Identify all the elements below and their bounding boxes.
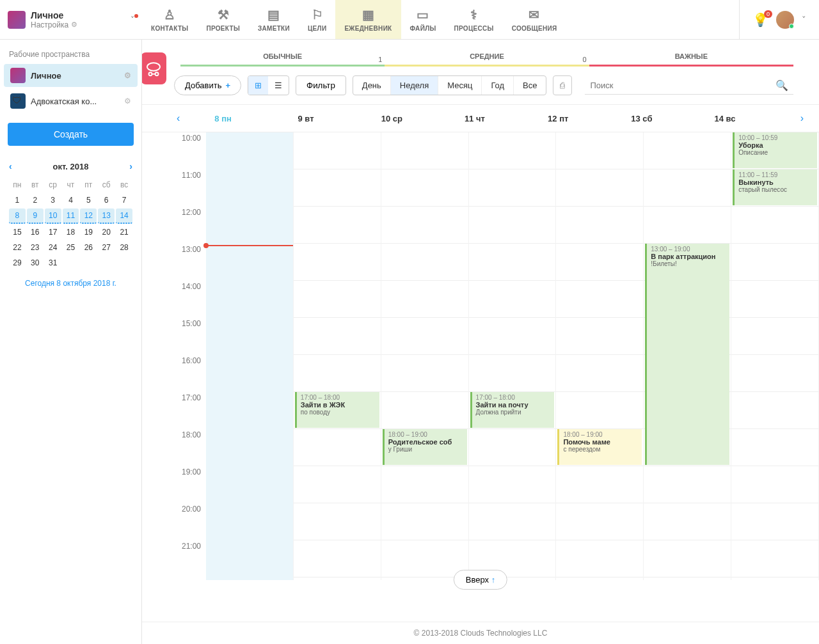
range-all[interactable]: Все — [514, 76, 546, 95]
mc-day[interactable]: 1 — [9, 193, 26, 207]
mc-day[interactable]: 15 — [9, 225, 26, 239]
mc-day[interactable]: 2 — [27, 193, 44, 207]
week-day-header[interactable]: 8 пн — [214, 114, 298, 123]
prev-month-button[interactable]: ‹ — [9, 161, 12, 171]
mc-day[interactable]: 14 — [116, 208, 132, 224]
mc-day[interactable] — [63, 256, 79, 270]
day-col-mon[interactable] — [206, 132, 294, 580]
mc-day[interactable]: 13 — [98, 208, 115, 224]
event-item[interactable]: 17:00 – 18:00 Зайти на почту Должна прий… — [470, 392, 555, 428]
mc-day[interactable]: 24 — [45, 240, 61, 255]
range-month[interactable]: Месяц — [438, 76, 482, 95]
day-col-wed[interactable]: 18:00 – 19:00 Родительское соб у Гриши — [381, 132, 469, 580]
nav-goals[interactable]: ⚐ЦЕЛИ — [299, 0, 335, 39]
search-input[interactable] — [590, 81, 775, 90]
gear-icon[interactable]: ⚙ — [124, 71, 131, 80]
grid-view-button[interactable]: ⊞ — [248, 76, 268, 95]
print-button[interactable]: ⎙ — [553, 75, 572, 95]
mc-day[interactable]: 23 — [27, 240, 44, 255]
search-box[interactable]: 🔍 — [585, 77, 793, 95]
mc-day[interactable]: 9 — [27, 208, 44, 224]
today-link[interactable]: Сегодня 8 октября 2018 г. — [9, 279, 132, 288]
mc-day[interactable]: 19 — [80, 225, 97, 239]
mc-day[interactable]: 27 — [98, 240, 115, 255]
notifications-button[interactable]: 💡0 — [752, 12, 768, 27]
nav-notes[interactable]: ▤ЗАМЕТКИ — [249, 0, 299, 39]
mc-day[interactable]: 10 — [45, 208, 61, 224]
event-item[interactable]: 18:00 – 19:00 Помочь маме с переездом — [557, 429, 642, 465]
cloud-tab[interactable] — [142, 52, 166, 84]
event-item[interactable]: 17:00 – 18:00 Зайти в ЖЭК по поводу — [295, 392, 379, 428]
chevron-down-icon[interactable]: ˅ — [131, 15, 134, 24]
nav-projects[interactable]: ⚒ПРОЕКТЫ — [197, 0, 249, 39]
mc-day[interactable]: 21 — [116, 225, 132, 239]
mc-day[interactable]: 6 — [98, 193, 115, 207]
mc-day[interactable] — [98, 256, 115, 270]
mc-day[interactable]: 28 — [116, 240, 132, 255]
week-day-header[interactable]: 9 вт — [298, 114, 381, 123]
range-year[interactable]: Год — [482, 76, 514, 95]
mc-day[interactable]: 30 — [27, 256, 44, 270]
mc-day-header: сб — [98, 178, 115, 192]
event-item[interactable]: 13:00 – 19:00 В парк аттракцион !Билеты! — [645, 244, 729, 465]
prev-week-button[interactable]: ‹ — [174, 113, 182, 124]
sidebar-item-personal[interactable]: Личное ⚙ — [4, 64, 138, 87]
gear-icon[interactable]: ⚙ — [124, 97, 131, 106]
mc-day[interactable]: 20 — [98, 225, 115, 239]
week-day-header[interactable]: 10 ср — [381, 114, 465, 123]
day-col-sat[interactable]: 13:00 – 19:00 В парк аттракцион !Билеты! — [644, 132, 731, 580]
mc-day[interactable]: 26 — [80, 240, 97, 255]
time-label: 20:00 — [174, 503, 206, 540]
create-button[interactable]: Создать — [8, 123, 134, 146]
user-menu-chevron[interactable]: ˅ — [802, 15, 806, 24]
mc-day[interactable]: 18 — [63, 225, 79, 239]
mc-day[interactable]: 29 — [9, 256, 26, 270]
mc-day[interactable]: 11 — [63, 208, 79, 224]
nav-contacts[interactable]: ♙КОНТАКТЫ — [142, 0, 197, 39]
next-month-button[interactable]: › — [129, 161, 132, 171]
user-avatar[interactable] — [776, 11, 794, 29]
search-icon: 🔍 — [775, 79, 788, 91]
event-item[interactable]: 18:00 – 19:00 Родительское соб у Гриши — [383, 429, 467, 465]
mc-day[interactable]: 25 — [63, 240, 79, 255]
mc-day[interactable]: 8 — [9, 208, 26, 224]
day-col-fri[interactable]: 18:00 – 19:00 Помочь маме с переездом — [556, 132, 644, 580]
mc-day[interactable]: 16 — [27, 225, 44, 239]
filter-button[interactable]: Фильтр — [296, 75, 346, 95]
nav-diary[interactable]: ▦ЕЖЕДНЕВНИК — [335, 0, 401, 39]
mc-day[interactable]: 17 — [45, 225, 61, 239]
calendar-icon: ▦ — [362, 7, 374, 22]
nav-processes[interactable]: ⚕ПРОЦЕССЫ — [445, 0, 503, 39]
day-col-thu[interactable]: 17:00 – 18:00 Зайти на почту Должна прий… — [469, 132, 557, 580]
workspace-settings-link[interactable]: Настройка ⚙ — [31, 20, 77, 29]
scroll-up-button[interactable]: Вверх ↑ — [454, 570, 507, 590]
mc-day[interactable] — [80, 256, 97, 270]
sidebar-item-advocate[interactable]: Адвокатская ко... ⚙ — [4, 90, 138, 113]
mc-day[interactable]: 12 — [80, 208, 97, 224]
event-item[interactable]: 11:00 – 11:59 Выкинуть старый пылесос — [733, 169, 817, 205]
mc-day[interactable]: 7 — [116, 193, 132, 207]
week-day-header[interactable]: 11 чт — [465, 114, 548, 123]
arrow-up-icon: ↑ — [491, 575, 496, 585]
day-col-tue[interactable]: 17:00 – 18:00 Зайти в ЖЭК по поводу — [294, 132, 381, 580]
nav-messages[interactable]: ✉СООБЩЕНИЯ — [503, 0, 566, 39]
mc-day[interactable] — [116, 256, 132, 270]
range-week[interactable]: Неделя — [391, 76, 438, 95]
mc-day[interactable]: 31 — [45, 256, 61, 270]
mc-day[interactable]: 3 — [45, 193, 61, 207]
nav-files[interactable]: ▭ФАЙЛЫ — [401, 0, 445, 39]
week-day-header[interactable]: 14 вс — [714, 114, 797, 123]
add-button[interactable]: Добавить+ — [174, 75, 241, 95]
list-view-button[interactable]: ☰ — [268, 76, 289, 95]
mc-day[interactable]: 22 — [9, 240, 26, 255]
note-icon: ▤ — [267, 7, 280, 22]
mc-day[interactable]: 5 — [80, 193, 97, 207]
week-day-header[interactable]: 12 пт — [548, 114, 631, 123]
workspace-header[interactable]: Личное Настройка ⚙ ˅ — [0, 0, 142, 39]
next-week-button[interactable]: › — [798, 113, 806, 124]
mc-day[interactable]: 4 — [63, 193, 79, 207]
event-item[interactable]: 10:00 – 10:59 Уборка Описание — [733, 132, 817, 168]
range-day[interactable]: День — [353, 76, 391, 95]
day-col-sun[interactable]: 10:00 – 10:59 Уборка Описание 11:00 – 11… — [731, 132, 819, 580]
week-day-header[interactable]: 13 сб — [631, 114, 714, 123]
